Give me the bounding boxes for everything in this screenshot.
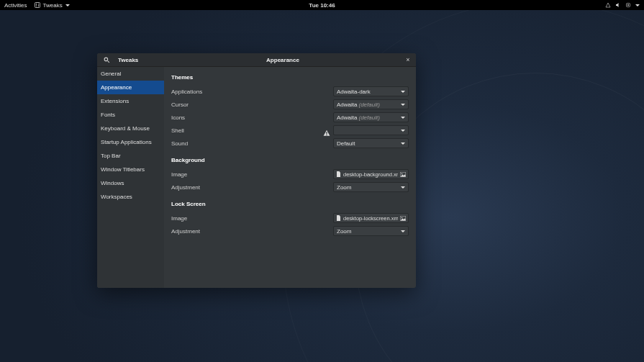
top-bar: Activities Tweaks Tue 10:46 [0, 0, 644, 10]
network-icon [605, 2, 611, 8]
cursor-combo[interactable]: Adwaita (default) [333, 99, 409, 109]
svg-line-8 [107, 60, 109, 62]
warning-icon [323, 127, 330, 134]
clock[interactable]: Tue 10:46 [309, 2, 335, 9]
svg-point-14 [402, 217, 403, 218]
power-icon [625, 2, 631, 8]
file-icon [336, 171, 341, 177]
search-button[interactable] [101, 55, 112, 65]
titlebar: Tweaks Appearance × [97, 53, 416, 67]
bg-adjustment-label: Adjustment [171, 184, 333, 191]
sidebar-title: Tweaks [118, 57, 138, 63]
chevron-down-icon [401, 91, 405, 93]
icons-combo[interactable]: Adwaita (default) [333, 112, 409, 122]
sidebar-item-general[interactable]: General [97, 67, 164, 81]
sidebar-item-top-bar[interactable]: Top Bar [97, 149, 164, 163]
app-menu-label: Tweaks [43, 2, 63, 9]
sound-label: Sound [171, 140, 333, 147]
bg-image-button[interactable]: desktop-background.xml [333, 169, 409, 179]
sidebar-item-workspaces[interactable]: Workspaces [97, 190, 164, 204]
search-icon [104, 57, 110, 63]
chevron-down-icon [401, 230, 405, 232]
sidebar-item-window-titlebars[interactable]: Window Titlebars [97, 163, 164, 176]
svg-rect-10 [326, 135, 327, 135]
lockscreen-heading: Lock Screen [171, 201, 409, 207]
page-title: Appearance [164, 57, 402, 63]
cursor-value: Adwaita [337, 101, 357, 108]
chevron-down-icon [401, 142, 405, 145]
applications-label: Applications [171, 89, 333, 95]
icons-value: Adwaita [337, 114, 357, 121]
volume-icon [615, 2, 621, 8]
svg-rect-0 [35, 3, 40, 8]
activities-button[interactable]: Activities [4, 2, 27, 9]
bg-adjustment-value: Zoom [337, 184, 351, 191]
ls-image-label: Image [171, 215, 333, 222]
svg-point-12 [402, 173, 403, 174]
sidebar: General Appearance Extensions Fonts Keyb… [97, 67, 164, 288]
sidebar-item-fonts[interactable]: Fonts [97, 108, 164, 122]
image-icon [400, 172, 406, 177]
chevron-down-icon [401, 104, 405, 106]
sidebar-item-appearance[interactable]: Appearance [97, 81, 164, 94]
chevron-down-icon [635, 4, 640, 6]
shell-combo[interactable] [333, 125, 409, 135]
sidebar-item-startup-applications[interactable]: Startup Applications [97, 135, 164, 149]
svg-point-6 [627, 4, 629, 6]
tweaks-window: Tweaks Appearance × General Appearance E… [97, 53, 416, 288]
app-menu[interactable]: Tweaks [35, 2, 70, 9]
background-heading: Background [171, 157, 409, 163]
applications-value: Adwaita-dark [337, 89, 371, 95]
chevron-down-icon [401, 186, 405, 189]
themes-heading: Themes [171, 74, 409, 81]
bg-image-label: Image [171, 171, 333, 178]
icons-default: (default) [358, 114, 379, 121]
system-status-area[interactable] [605, 2, 640, 8]
sidebar-item-windows[interactable]: Windows [97, 176, 164, 190]
ls-adjustment-value: Zoom [337, 228, 351, 235]
file-icon [336, 215, 341, 221]
cursor-label: Cursor [171, 101, 333, 108]
sound-combo[interactable]: Default [333, 138, 409, 148]
svg-point-7 [104, 58, 108, 61]
ls-adjustment-combo[interactable]: Zoom [333, 226, 409, 236]
svg-rect-9 [326, 132, 327, 134]
shell-label: Shell [171, 127, 323, 134]
chevron-down-icon [65, 4, 70, 6]
tweaks-icon [35, 2, 40, 8]
chevron-down-icon [401, 117, 405, 119]
sidebar-item-extensions[interactable]: Extensions [97, 94, 164, 108]
sound-value: Default [337, 140, 355, 147]
bg-adjustment-combo[interactable]: Zoom [333, 182, 409, 192]
image-icon [400, 216, 406, 221]
ls-adjustment-label: Adjustment [171, 228, 333, 235]
content-pane: Themes Applications Adwaita-dark Cursor … [164, 67, 416, 288]
cursor-default: (default) [358, 101, 379, 108]
applications-combo[interactable]: Adwaita-dark [333, 86, 409, 96]
ls-image-file: desktop-lockscreen.xml [343, 215, 398, 222]
ls-image-button[interactable]: desktop-lockscreen.xml [333, 213, 409, 223]
icons-label: Icons [171, 114, 333, 121]
bg-image-file: desktop-background.xml [343, 171, 398, 178]
close-button[interactable]: × [404, 55, 412, 64]
chevron-down-icon [401, 130, 405, 132]
sidebar-item-keyboard-mouse[interactable]: Keyboard & Mouse [97, 122, 164, 135]
